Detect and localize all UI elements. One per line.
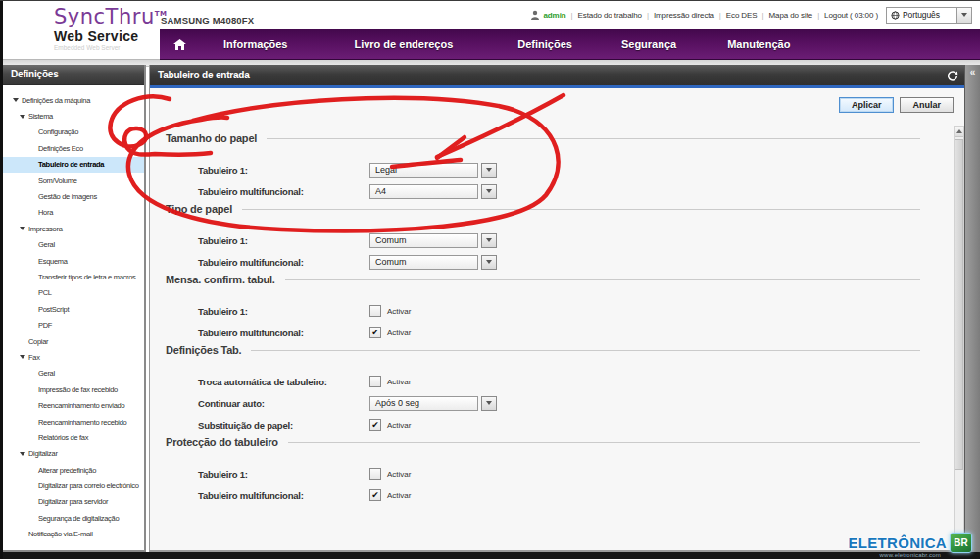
sidebar-item-geral[interactable]: Geral: [3, 366, 144, 381]
checkbox-tabuleiro-1[interactable]: [369, 468, 381, 480]
home-icon: [173, 39, 186, 50]
checkbox-substituicao-de-papel[interactable]: ✔: [369, 419, 381, 431]
field-label: Tabuleiro 1:: [198, 306, 248, 317]
chevron-down-icon[interactable]: [481, 396, 497, 411]
sidebar-item-postscript[interactable]: PostScript: [3, 301, 144, 317]
sidebar-item-digitalizar-para-correio-electronico[interactable]: Digitalizar para correio electrónico: [3, 478, 144, 493]
tree-item-label: Segurança de digitalização: [38, 514, 119, 523]
form-row-tabuleiro-multifuncional: Tabuleiro multifuncional:Comum: [166, 251, 956, 273]
select-tabuleiro-1[interactable]: Comum: [369, 233, 497, 248]
select-value: Comum: [369, 233, 478, 248]
nav-item-manutencao[interactable]: Manutenção: [727, 38, 790, 50]
collapse-panel-icon[interactable]: «: [970, 68, 976, 552]
chevron-down-icon[interactable]: [481, 184, 497, 199]
sidebar-item-notificacao-via-e-mail[interactable]: Notificação via E-mail: [3, 527, 144, 542]
top-links: |Estado do trabalho|Impressão directa|Ec…: [566, 11, 878, 20]
sidebar-item-definicoes-eco[interactable]: Definições Eco: [3, 140, 144, 156]
accent-line: [150, 85, 965, 88]
sidebar-item-geral[interactable]: Geral: [3, 237, 144, 253]
settings-sidebar: Definições Definições da máquinaSistemaC…: [3, 65, 146, 552]
sidebar-item-pdf[interactable]: PDF: [3, 317, 144, 332]
tree-expand-icon[interactable]: [13, 98, 22, 102]
sidebar-item-definicoes-da-maquina[interactable]: Definições da máquina: [3, 92, 144, 108]
language-select[interactable]: Português: [886, 7, 972, 24]
select-tabuleiro-multifuncional[interactable]: Comum: [369, 255, 497, 270]
sidebar-header: Definições: [3, 65, 144, 85]
toplink-mapa-do-site[interactable]: Mapa do site: [769, 11, 813, 20]
sidebar-item-gestao-de-imagens[interactable]: Gestão de imagens: [3, 188, 144, 204]
section-tipo-de-papel: Tipo de papelTabuleiro 1:ComumTabuleiro …: [166, 202, 956, 273]
sidebar-item-hora[interactable]: Hora: [3, 205, 144, 221]
field-control: Após 0 seg: [369, 396, 497, 411]
select-tabuleiro-multifuncional[interactable]: A4: [369, 184, 497, 199]
select-value: Após 0 seg: [369, 396, 478, 411]
main-navigation: InformaçõesLivro de endereçosDefiniçõesS…: [160, 29, 980, 60]
field-label: Troca automática de tabuleiro:: [198, 377, 327, 387]
scrollbar-thumb[interactable]: [955, 139, 963, 470]
home-button[interactable]: [173, 39, 186, 50]
chevron-down-icon[interactable]: [956, 8, 971, 23]
sidebar-item-transferir-tipos-de-letra-e-macros[interactable]: Transferir tipos de letra e macros: [3, 269, 144, 284]
sidebar-item-digitalizar-para-servidor[interactable]: Digitalizar para servidor: [3, 494, 144, 510]
toplink-eco-des[interactable]: Eco DES: [726, 11, 758, 20]
sidebar-item-pcl[interactable]: PCL: [3, 285, 144, 301]
section-tamanho-do-papel: Tamanho do papelTabuleiro 1:LegalTabulei…: [166, 131, 956, 202]
sidebar-item-sistema[interactable]: Sistema: [3, 108, 144, 124]
checkbox-label: Activar: [387, 307, 411, 316]
apply-button[interactable]: Aplicar: [839, 97, 895, 113]
toplink-impressao-directa[interactable]: Impressão directa: [654, 11, 714, 20]
sidebar-item-esquema[interactable]: Esquema: [3, 253, 144, 269]
section-mensa-confirm-tabul: Mensa. confirm. tabul.Tabuleiro 1:Activa…: [166, 273, 956, 343]
tree-item-label: Tabuleiro de entrada: [38, 160, 104, 169]
nav-item-livro-de-enderecos[interactable]: Livro de endereços: [354, 38, 453, 50]
select-value: A4: [369, 184, 478, 199]
settings-tree: Definições da máquinaSistemaConfiguração…: [3, 85, 144, 542]
sidebar-item-reencaminhamento-enviado[interactable]: Reencaminhamento enviado: [3, 397, 144, 413]
sidebar-item-impressora[interactable]: Impressora: [3, 221, 144, 236]
field-control: Activar: [369, 305, 411, 317]
sidebar-item-configuracao[interactable]: Configuração: [3, 125, 144, 140]
chevron-down-icon[interactable]: [481, 255, 497, 270]
tree-expand-icon[interactable]: [20, 452, 28, 456]
sidebar-item-tabuleiro-de-entrada[interactable]: Tabuleiro de entrada: [3, 157, 144, 173]
section-header-mensa-confirm-tabul: Mensa. confirm. tabul.: [166, 273, 956, 286]
checkbox-tabuleiro-multifuncional[interactable]: ✔: [369, 489, 381, 501]
field-control: Comum: [369, 233, 497, 248]
field-label: Tabuleiro multifuncional:: [198, 186, 304, 197]
vertical-scrollbar[interactable]: [954, 126, 964, 548]
cancel-button[interactable]: Anular: [900, 97, 954, 113]
chevron-down-icon[interactable]: [481, 233, 497, 248]
sidebar-item-som-volume[interactable]: Som/Volume: [3, 173, 144, 188]
select-continuar-auto[interactable]: Após 0 seg: [369, 396, 497, 411]
sidebar-item-digitalizar[interactable]: Digitalizar: [3, 446, 144, 462]
tree-expand-icon[interactable]: [20, 115, 28, 119]
device-name: SAMSUNG M4080FX: [161, 15, 254, 25]
sidebar-item-reencaminhamento-recebido[interactable]: Reencaminhamento recebido: [3, 414, 144, 430]
tree-item-label: Impressora: [28, 225, 63, 233]
chevron-down-icon[interactable]: [481, 163, 497, 178]
tree-expand-icon[interactable]: [20, 227, 28, 230]
sidebar-item-fax[interactable]: Fax: [3, 349, 144, 365]
toplink-estado-do-trabalho[interactable]: Estado do trabalho: [578, 11, 642, 20]
nav-item-seguranca[interactable]: Segurança: [621, 38, 676, 50]
checkbox-tabuleiro-multifuncional[interactable]: ✔: [369, 327, 381, 338]
tree-item-label: Configuração: [38, 127, 78, 136]
toplink-logout-03-00[interactable]: Logout ( 03:00 ): [824, 11, 878, 20]
refresh-icon[interactable]: [947, 69, 958, 86]
checkbox-label: Activar: [387, 378, 411, 386]
scroll-up-arrow[interactable]: [955, 127, 963, 137]
sidebar-item-copiar[interactable]: Copiar: [3, 333, 144, 349]
nav-item-definicoes[interactable]: Definições: [517, 38, 572, 50]
select-tabuleiro-1[interactable]: Legal: [369, 163, 497, 178]
sidebar-item-impressao-de-fax-recebido[interactable]: Impressão de fax recebido: [3, 381, 144, 397]
checkbox-troca-automatica-de-tabuleiro[interactable]: [369, 376, 381, 387]
checkbox-tabuleiro-1[interactable]: [369, 305, 381, 317]
sidebar-item-seguranca-de-digitalizacao[interactable]: Segurança de digitalização: [3, 510, 144, 526]
tree-expand-icon[interactable]: [20, 355, 28, 359]
nav-item-informacoes[interactable]: Informações: [223, 38, 287, 50]
section-header-definicoes-tab: Definições Tab.: [166, 343, 956, 357]
top-utility-bar: admin |Estado do trabalho|Impressão dire…: [530, 6, 972, 24]
form-row-tabuleiro-multifuncional: Tabuleiro multifuncional:✔Activar: [166, 484, 956, 506]
sidebar-item-relatorios-de-fax[interactable]: Relatórios de fax: [3, 430, 144, 445]
sidebar-item-alterar-predefinicao[interactable]: Alterar predefinição: [3, 462, 144, 478]
